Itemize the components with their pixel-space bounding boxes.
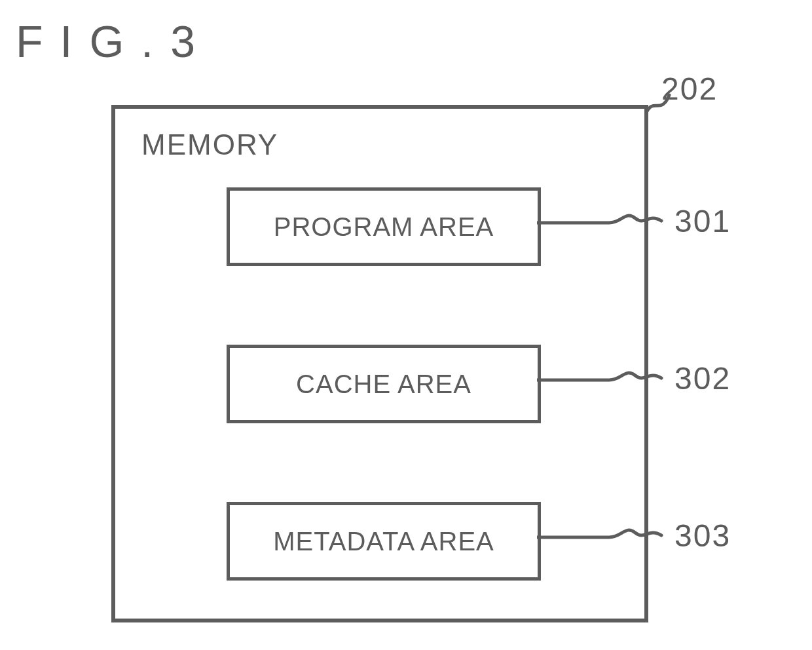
figure-title: FIG.3: [16, 16, 212, 67]
ref-202: 202: [661, 71, 718, 107]
program-area-box: PROGRAM AREA: [227, 187, 541, 266]
memory-box: MEMORY PROGRAM AREA CACHE AREA METADATA …: [111, 105, 648, 622]
ref-301: 301: [674, 203, 731, 239]
program-area-label: PROGRAM AREA: [274, 212, 494, 242]
metadata-area-box: METADATA AREA: [227, 502, 541, 581]
cache-area-label: CACHE AREA: [296, 370, 471, 399]
ref-303: 303: [674, 518, 731, 554]
metadata-area-label: METADATA AREA: [273, 527, 494, 556]
cache-area-box: CACHE AREA: [227, 345, 541, 423]
ref-302: 302: [674, 360, 731, 396]
diagram-canvas: FIG.3 MEMORY PROGRAM AREA CACHE AREA MET…: [0, 0, 812, 650]
memory-label: MEMORY: [141, 128, 278, 161]
